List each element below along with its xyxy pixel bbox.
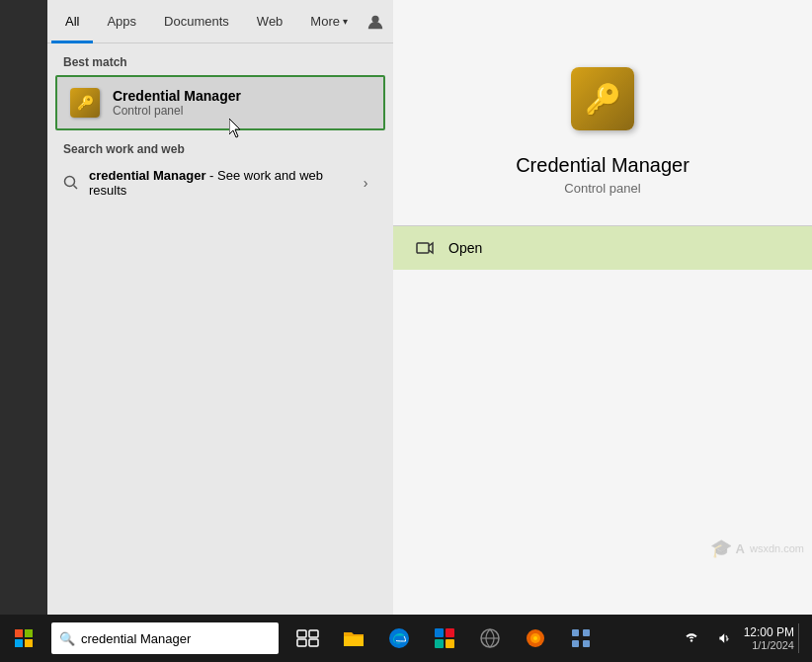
svg-rect-24 xyxy=(572,640,579,647)
open-icon xyxy=(413,236,437,260)
detail-actions: Open xyxy=(393,225,812,270)
svg-rect-11 xyxy=(309,639,318,646)
svg-rect-5 xyxy=(25,629,33,637)
store-button[interactable] xyxy=(423,615,466,662)
svg-point-12 xyxy=(389,628,409,648)
taskview-button[interactable] xyxy=(286,615,330,662)
tab-all[interactable]: All xyxy=(51,0,93,43)
show-desktop-button[interactable] xyxy=(798,623,804,653)
svg-rect-9 xyxy=(309,630,318,637)
svg-rect-25 xyxy=(583,640,590,647)
tab-more[interactable]: More ▾ xyxy=(296,0,362,43)
taskbar-search-value: credential Manager xyxy=(81,631,191,646)
taskbar-app-icons xyxy=(286,615,603,662)
file-explorer-button[interactable] xyxy=(332,615,375,662)
detail-title: Credential Manager xyxy=(516,154,690,177)
clock-display[interactable]: 12:00 PM 1/1/2024 xyxy=(744,625,794,651)
svg-point-21 xyxy=(533,636,537,640)
firefox-button[interactable] xyxy=(514,615,557,662)
credential-manager-icon-large xyxy=(563,59,642,138)
search-results-panel: All Apps Documents Web More ▾ xyxy=(47,0,393,615)
taskbar-search-icon: 🔍 xyxy=(59,631,75,646)
svg-rect-10 xyxy=(297,639,306,646)
left-nav-strip xyxy=(0,0,47,615)
open-action-label: Open xyxy=(448,240,482,256)
svg-rect-8 xyxy=(297,630,306,637)
best-match-subtitle: Control panel xyxy=(113,104,241,118)
web-search-text: credential Manager - See work and web re… xyxy=(89,168,354,198)
nav-tabs-bar: All Apps Documents Web More ▾ xyxy=(47,0,393,43)
svg-point-26 xyxy=(690,639,691,641)
chevron-down-icon: ▾ xyxy=(343,16,348,27)
edge-browser-button[interactable] xyxy=(377,615,421,662)
svg-rect-16 xyxy=(446,639,454,648)
svg-rect-4 xyxy=(15,629,23,637)
volume-icon[interactable] xyxy=(710,615,740,662)
best-match-title: Credential Manager xyxy=(113,88,241,104)
svg-rect-13 xyxy=(435,628,444,637)
svg-rect-23 xyxy=(583,629,590,636)
detail-subtitle: Control panel xyxy=(564,181,640,196)
svg-line-2 xyxy=(74,186,78,190)
best-match-label: Best match xyxy=(47,43,393,75)
web-search-item[interactable]: credential Manager - See work and web re… xyxy=(47,160,393,206)
user-icon[interactable] xyxy=(362,8,389,36)
taskbar-right: 12:00 PM 1/1/2024 xyxy=(677,615,812,662)
network-icon[interactable] xyxy=(468,615,512,662)
svg-rect-6 xyxy=(15,639,23,647)
date-display: 1/1/2024 xyxy=(752,639,794,651)
svg-rect-7 xyxy=(25,639,33,647)
detail-panel: Credential Manager Control panel Open 🎓 … xyxy=(393,0,812,615)
svg-point-0 xyxy=(371,15,378,22)
search-icon xyxy=(63,175,79,191)
taskbar: 🔍 credential Manager xyxy=(0,615,812,662)
svg-rect-3 xyxy=(417,243,429,253)
svg-rect-14 xyxy=(446,628,454,637)
settings-taskbar-button[interactable] xyxy=(559,615,603,662)
web-search-bold: credential Manager xyxy=(89,168,206,183)
tab-apps[interactable]: Apps xyxy=(93,0,150,43)
svg-point-1 xyxy=(65,177,75,187)
web-section-label: Search work and web xyxy=(47,130,393,160)
start-menu: All Apps Documents Web More ▾ xyxy=(0,0,812,615)
best-match-text: Credential Manager Control panel xyxy=(113,88,241,118)
network-sys-icon[interactable] xyxy=(677,615,706,662)
svg-rect-15 xyxy=(435,639,444,648)
web-search-arrow-icon[interactable]: › xyxy=(354,171,377,195)
tab-web[interactable]: Web xyxy=(243,0,297,43)
time-display: 12:00 PM xyxy=(744,625,794,639)
open-action-button[interactable]: Open xyxy=(393,225,812,270)
best-match-item-credential-manager[interactable]: Credential Manager Control panel xyxy=(55,75,385,130)
credential-manager-icon-small xyxy=(67,85,103,121)
start-button[interactable] xyxy=(0,615,47,662)
svg-rect-22 xyxy=(572,629,579,636)
taskbar-search-bar[interactable]: 🔍 credential Manager xyxy=(51,622,279,654)
tab-documents[interactable]: Documents xyxy=(150,0,243,43)
watermark: 🎓 A wsxdn.com xyxy=(710,538,804,559)
